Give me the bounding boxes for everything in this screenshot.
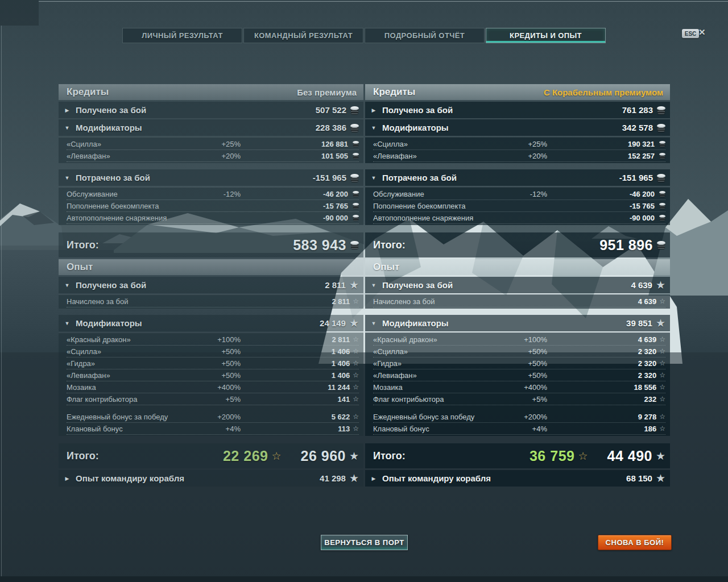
credits-modifiers-row[interactable]: ▼ Модификаторы 342 578 [365, 119, 670, 136]
credits-icon [657, 106, 665, 114]
chevron-down-icon[interactable]: ▼ [59, 125, 76, 131]
chevron-right-icon[interactable]: ▶ [365, 107, 382, 113]
modifier-percent: +50% [514, 371, 547, 380]
chevron-down-icon[interactable]: ▼ [365, 282, 382, 288]
modifier-label: Мозаика [67, 383, 208, 392]
modifier-value: 2 320 [547, 359, 656, 368]
bonus-percent: +4% [514, 425, 547, 433]
modifier-row: Флаг контрибьютора +5% 232 ☆ [373, 393, 665, 405]
tab-detailed-report[interactable]: ПОДРОБНЫЙ ОТЧЁТ [365, 28, 485, 43]
return-to-port-button[interactable]: ВЕРНУТЬСЯ В ПОРТ [321, 535, 408, 550]
xp-total-label: Итого: [67, 450, 99, 462]
credits-spent-row[interactable]: ▼ Потрачено за бой -151 965 [365, 169, 670, 186]
xp-full-total-value: 44 490 [607, 448, 652, 464]
xp-star-icon: ☆ [353, 360, 359, 367]
credits-modifiers-row[interactable]: ▼ Модификаторы 228 386 [59, 119, 363, 136]
xp-modifiers-row[interactable]: ▼ Модификаторы 24 149 ★ [59, 315, 363, 331]
modifier-row: «Левиафан» +50% 2 320 ☆ [373, 369, 665, 381]
modifier-row: Мозаика +400% 11 244 ☆ [67, 381, 359, 393]
xp-star-icon: ★ [656, 451, 665, 462]
bonus-value: 5 622 [241, 413, 350, 421]
tab-team-result[interactable]: КОМАНДНЫЙ РЕЗУЛЬТАТ [243, 28, 363, 43]
chevron-right-icon[interactable]: ▶ [59, 107, 76, 113]
chevron-down-icon[interactable]: ▼ [365, 125, 382, 131]
modifier-label: Мозаика [373, 383, 514, 392]
modifier-row: «Сцилла» +25% 190 321 [373, 138, 665, 150]
expense-label: Обслуживание [373, 190, 514, 198]
modifier-value: 1 406 [241, 371, 350, 380]
credits-total-label: Итого: [373, 239, 406, 251]
spacer [365, 437, 670, 443]
modifier-row: Мозаика +400% 18 556 ☆ [373, 381, 665, 393]
expense-row: Обслуживание -12% -46 200 [373, 188, 665, 200]
chevron-down-icon[interactable]: ▼ [59, 321, 76, 326]
modifier-row: «Сцилла» +50% 1 406 ☆ [67, 346, 359, 357]
bonus-row: Ежедневный бонус за победу +200% 5 622 ☆ [67, 411, 359, 423]
expense-label: Автопополнение снаряжения [67, 214, 208, 222]
xp-earned-row[interactable]: ▼ Получено за бой 4 639 ★ [365, 277, 670, 293]
modifier-label: «Левиафан» [373, 371, 514, 380]
xp-star-icon: ☆ [353, 336, 359, 343]
xp-full-total: 26 960 ★ [300, 448, 359, 464]
chevron-down-icon[interactable]: ▼ [365, 321, 382, 326]
bonus-label: Клановый бонус [373, 425, 514, 433]
xp-section-header: Опыт [365, 259, 670, 275]
premium-mode-label: С Корабельным премиумом [544, 88, 663, 97]
chevron-down-icon[interactable]: ▼ [59, 282, 76, 288]
xp-star-icon: ☆ [353, 372, 359, 379]
xp-row-value: 4 639 [547, 297, 656, 306]
bonus-label: Ежедневный бонус за победу [67, 413, 208, 421]
xp-row: Начислено за бой 2 811 ☆ [67, 296, 359, 307]
expense-value: -46 200 [241, 190, 348, 198]
bonus-percent: +200% [208, 413, 241, 421]
modifier-value: 141 [241, 395, 350, 404]
bonus-value: 186 [547, 425, 656, 433]
spacer [365, 310, 670, 315]
credits-icon [657, 241, 665, 249]
commander-xp-row[interactable]: ▶ Опыт командиру корабля 41 298 ★ [59, 470, 363, 487]
credits-icon [659, 191, 665, 197]
chevron-down-icon[interactable]: ▼ [59, 175, 76, 181]
credits-total-value: 583 943 [293, 237, 346, 253]
modifier-label: «Сцилла» [373, 140, 514, 148]
modifier-value: 11 244 [241, 383, 350, 392]
xp-base-total-value: 36 759 [530, 448, 574, 464]
tab-credits-and-xp[interactable]: КРЕДИТЫ И ОПЫТ [486, 28, 606, 43]
modifier-percent: +25% [514, 140, 547, 148]
xp-star-icon: ☆ [659, 298, 665, 305]
expense-row: Обслуживание -12% -46 200 [67, 188, 359, 200]
commander-xp-label: Опыт командиру корабля [76, 473, 184, 483]
credits-icon [350, 106, 359, 114]
credits-icon [353, 191, 359, 197]
base-xp-star-icon: ☆ [271, 451, 281, 462]
xp-earned-row[interactable]: ▼ Получено за бой 2 811 ★ [59, 277, 363, 293]
bonus-value: 9 278 [547, 413, 656, 421]
close-icon[interactable]: ✕ [698, 27, 708, 39]
credits-earned-row[interactable]: ▶ Получено за бой 507 522 [59, 102, 363, 118]
chevron-right-icon[interactable]: ▶ [59, 476, 76, 481]
credits-earned-row[interactable]: ▶ Получено за бой 761 283 [365, 102, 670, 118]
commander-xp-row[interactable]: ▶ Опыт командиру корабля 68 150 ★ [365, 470, 670, 487]
credits-spent-value: -151 965 [619, 173, 653, 182]
credits-icon [659, 215, 665, 221]
xp-star-icon: ★ [349, 318, 359, 329]
xp-star-icon: ☆ [659, 336, 665, 343]
bottom-strip [0, 576, 728, 582]
modifier-row: «Левиафан» +20% 152 257 [373, 150, 665, 162]
expense-label: Пополнение боекомплекта [373, 202, 514, 210]
tab-personal-result[interactable]: ЛИЧНЫЙ РЕЗУЛЬТАТ [122, 28, 242, 43]
spacer [59, 310, 363, 315]
credits-icon [353, 153, 359, 159]
modifier-row: «Сцилла» +25% 126 881 [67, 138, 359, 150]
chevron-down-icon[interactable]: ▼ [365, 175, 382, 181]
xp-total-row: Итого: 36 759 ☆ 44 490 ★ [365, 443, 670, 468]
chevron-right-icon[interactable]: ▶ [365, 476, 382, 481]
back-to-battle-button[interactable]: СНОВА В БОЙ! [598, 535, 672, 550]
xp-modifiers-row[interactable]: ▼ Модификаторы 39 851 ★ [365, 315, 670, 331]
modifier-value: 4 639 [547, 335, 656, 344]
credits-modifiers-label: Модификаторы [382, 123, 449, 132]
credits-earned-label: Получено за бой [76, 105, 146, 115]
modifier-row: Флаг контрибьютора +5% 141 ☆ [67, 393, 359, 405]
xp-star-icon: ☆ [353, 425, 359, 432]
credits-spent-row[interactable]: ▼ Потрачено за бой -151 965 [59, 169, 363, 186]
